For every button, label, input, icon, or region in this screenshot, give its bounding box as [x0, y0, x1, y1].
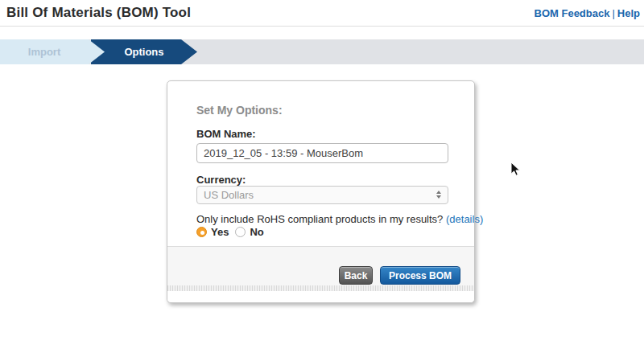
radio-no-icon[interactable] [235, 227, 246, 237]
currency-select[interactable]: US Dollars [196, 186, 448, 204]
select-stepper-arrows-icon [436, 191, 441, 199]
step-options[interactable]: Options [91, 39, 197, 64]
dialog-footer-bar: Back Process BOM [167, 246, 474, 285]
mouse-cursor-icon [510, 162, 522, 181]
radio-yes-icon[interactable] [196, 227, 207, 237]
radio-no-label: No [250, 226, 263, 238]
link-separator: | [609, 7, 617, 19]
step-import-label: Import [28, 46, 60, 58]
currency-label: Currency: [196, 174, 246, 186]
radio-yes-label: Yes [211, 226, 229, 238]
footer-hatch-texture [167, 285, 474, 291]
process-bom-button[interactable]: Process BOM [380, 266, 460, 285]
bom-tool-page: Bill Of Materials (BOM) Tool BOM Feedbac… [0, 0, 644, 357]
bom-feedback-link[interactable]: BOM Feedback [535, 7, 610, 19]
bom-name-label: BOM Name: [196, 128, 256, 140]
rohs-radio-yes[interactable]: Yes [196, 226, 229, 238]
rohs-details-link[interactable]: (details) [446, 213, 483, 225]
progress-stepper: Options Import [0, 39, 644, 64]
dialog-buttons: Back Process BOM [339, 266, 460, 285]
dialog-footer: Back Process BOM [167, 246, 474, 302]
rohs-question-text: Only include RoHS compliant products in … [196, 213, 443, 225]
help-link[interactable]: Help [617, 7, 640, 19]
rohs-question: Only include RoHS compliant products in … [196, 213, 483, 225]
rohs-radio-no[interactable]: No [235, 226, 263, 238]
step-options-label: Options [124, 46, 163, 58]
footer-bottom-strip [167, 291, 474, 302]
step-import[interactable]: Import [0, 39, 105, 64]
bom-name-input[interactable] [196, 143, 448, 163]
back-button[interactable]: Back [339, 266, 373, 285]
page-header: Bill Of Materials (BOM) Tool BOM Feedbac… [0, 0, 644, 27]
dialog-heading: Set My Options: [196, 104, 283, 117]
set-options-dialog: Set My Options: BOM Name: Currency: US D… [167, 80, 475, 303]
header-links: BOM Feedback|Help [535, 7, 640, 19]
currency-selected-value: US Dollars [204, 189, 254, 201]
page-title: Bill Of Materials (BOM) Tool [6, 5, 191, 21]
rohs-radio-group: Yes No [196, 226, 270, 238]
